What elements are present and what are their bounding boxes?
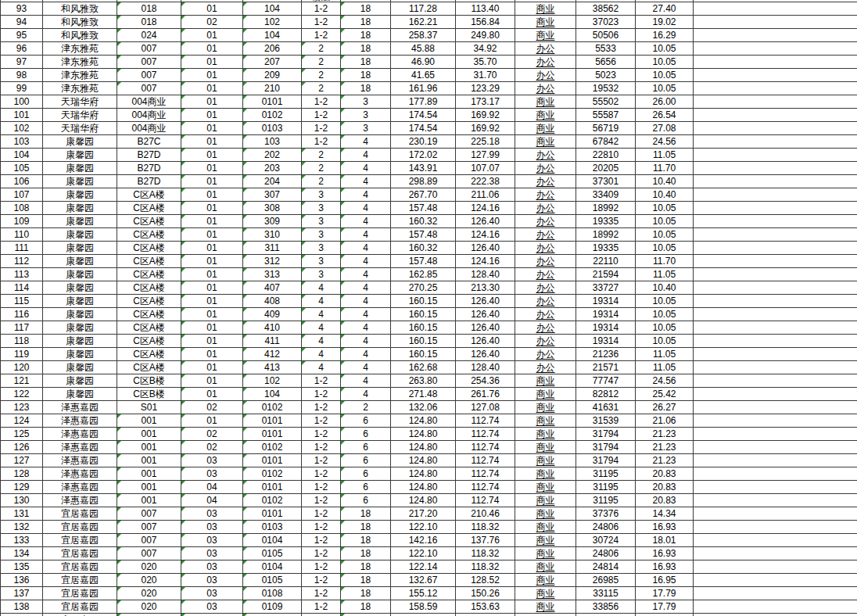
cell-unit_price[interactable]: 10.05 bbox=[636, 295, 694, 308]
cell-floor[interactable]: 1-2 bbox=[302, 428, 341, 441]
cell-floor[interactable]: 1-2 bbox=[302, 507, 341, 521]
cell-floors_total[interactable]: 4 bbox=[341, 255, 391, 268]
cell-blank[interactable] bbox=[694, 56, 857, 69]
cell-inner_area[interactable]: 261.76 bbox=[456, 388, 515, 401]
cell-building[interactable]: C区A楼 bbox=[117, 215, 181, 228]
cell-total_price[interactable]: 19335 bbox=[576, 215, 636, 228]
cell-unit_price[interactable]: 20.83 bbox=[636, 494, 694, 507]
cell-project_name[interactable]: 宜居嘉园 bbox=[43, 560, 117, 574]
cell-unit[interactable]: 02 bbox=[181, 401, 243, 414]
cell-building[interactable]: C区A楼 bbox=[117, 202, 181, 215]
cell-building[interactable]: 004商业 bbox=[117, 122, 181, 135]
cell-blank[interactable] bbox=[694, 135, 857, 149]
cell-total_price[interactable]: 22110 bbox=[576, 255, 636, 268]
cell-project_name[interactable]: 和风雅致 bbox=[43, 2, 117, 16]
cell-building[interactable]: C区A楼 bbox=[117, 348, 181, 361]
cell-blank[interactable] bbox=[694, 587, 857, 600]
cell-project_name[interactable]: 康馨园 bbox=[43, 361, 117, 374]
cell-area[interactable]: 174.54 bbox=[391, 109, 456, 122]
cell-room[interactable]: 0103 bbox=[243, 521, 302, 534]
cell-blank[interactable] bbox=[694, 335, 857, 348]
cell-usage[interactable]: 商业 bbox=[515, 441, 576, 454]
cell-floor[interactable]: 3 bbox=[302, 242, 341, 255]
cell-floor[interactable]: 1-2 bbox=[302, 388, 341, 401]
cell-row_no[interactable]: 116 bbox=[0, 308, 43, 321]
cell-unit_price[interactable]: 24.56 bbox=[636, 374, 694, 388]
cell-area[interactable]: 143.91 bbox=[391, 162, 456, 175]
cell-inner_area[interactable]: 211.06 bbox=[456, 188, 515, 202]
cell-project_name[interactable]: 津东雅苑 bbox=[43, 42, 117, 56]
cell-floor[interactable]: 1-2 bbox=[302, 560, 341, 574]
cell-row_no[interactable]: 127 bbox=[0, 454, 43, 467]
cell-usage[interactable]: 办公 bbox=[515, 188, 576, 202]
cell-room[interactable]: 103 bbox=[243, 135, 302, 149]
cell-unit_price[interactable]: 26.54 bbox=[636, 109, 694, 122]
cell-floors_total[interactable]: 6 bbox=[341, 454, 391, 467]
cell-project_name[interactable]: 康馨园 bbox=[43, 188, 117, 202]
cell-unit[interactable]: 01 bbox=[181, 2, 243, 16]
cell-total_price[interactable]: 56719 bbox=[576, 122, 636, 135]
cell-area[interactable]: 157.48 bbox=[391, 228, 456, 242]
cell-unit_price[interactable]: 24.56 bbox=[636, 135, 694, 149]
cell-area[interactable]: 124.80 bbox=[391, 428, 456, 441]
cell-room[interactable]: 408 bbox=[243, 295, 302, 308]
cell-row_no[interactable]: 136 bbox=[0, 574, 43, 587]
cell-building[interactable]: C区A楼 bbox=[117, 281, 181, 295]
cell-floor[interactable]: 2 bbox=[302, 82, 341, 95]
cell-floor[interactable]: 3 bbox=[302, 202, 341, 215]
cell-room[interactable]: 206 bbox=[243, 42, 302, 56]
cell-area[interactable]: 267.70 bbox=[391, 188, 456, 202]
cell-room[interactable]: 209 bbox=[243, 69, 302, 82]
cell-floors_total[interactable]: 3 bbox=[341, 109, 391, 122]
cell-project_name[interactable]: 康馨园 bbox=[43, 228, 117, 242]
cell-unit_price[interactable]: 16.93 bbox=[636, 521, 694, 534]
cell-project_name[interactable]: 泽惠嘉园 bbox=[43, 401, 117, 414]
cell-inner_area[interactable]: 112.74 bbox=[456, 494, 515, 507]
cell-area[interactable]: 263.80 bbox=[391, 374, 456, 388]
cell-blank[interactable] bbox=[694, 242, 857, 255]
cell-unit_price[interactable]: 10.05 bbox=[636, 202, 694, 215]
cell-total_price[interactable]: 55502 bbox=[576, 95, 636, 109]
cell-floor[interactable]: 2 bbox=[302, 162, 341, 175]
cell-unit_price[interactable]: 20.83 bbox=[636, 481, 694, 494]
cell-area[interactable]: 124.80 bbox=[391, 454, 456, 467]
cell-total_price[interactable]: 26985 bbox=[576, 574, 636, 587]
cell-inner_area[interactable]: 112.74 bbox=[456, 428, 515, 441]
cell-project_name[interactable]: 泽惠嘉园 bbox=[43, 454, 117, 467]
cell-usage[interactable]: 办公 bbox=[515, 149, 576, 162]
cell-project_name[interactable]: 康馨园 bbox=[43, 321, 117, 335]
cell-unit[interactable]: 01 bbox=[181, 82, 243, 95]
cell-floors_total[interactable]: 4 bbox=[341, 242, 391, 255]
cell-area[interactable]: 298.89 bbox=[391, 175, 456, 188]
cell-unit[interactable]: 01 bbox=[181, 255, 243, 268]
cell-project_name[interactable]: 宜居嘉园 bbox=[43, 547, 117, 560]
cell-unit[interactable]: 02 bbox=[181, 428, 243, 441]
cell-building[interactable]: 007 bbox=[117, 56, 181, 69]
cell-floors_total[interactable]: 6 bbox=[341, 494, 391, 507]
cell-total_price[interactable]: 21571 bbox=[576, 361, 636, 374]
cell-project_name[interactable]: 宜居嘉园 bbox=[43, 521, 117, 534]
cell-room[interactable]: 202 bbox=[243, 149, 302, 162]
cell-unit[interactable]: 01 bbox=[181, 202, 243, 215]
cell-blank[interactable] bbox=[694, 348, 857, 361]
cell-room[interactable]: 0105 bbox=[243, 547, 302, 560]
cell-floors_total[interactable]: 18 bbox=[341, 600, 391, 614]
cell-floors_total[interactable]: 18 bbox=[341, 507, 391, 521]
cell-usage[interactable]: 商业 bbox=[515, 467, 576, 481]
cell-room[interactable]: 210 bbox=[243, 82, 302, 95]
cell-inner_area[interactable]: 169.92 bbox=[456, 122, 515, 135]
cell-unit_price[interactable]: 10.05 bbox=[636, 242, 694, 255]
cell-area[interactable]: 155.12 bbox=[391, 587, 456, 600]
cell-unit_price[interactable]: 11.05 bbox=[636, 348, 694, 361]
cell-total_price[interactable]: 21236 bbox=[576, 348, 636, 361]
cell-row_no[interactable]: 124 bbox=[0, 414, 43, 428]
cell-inner_area[interactable]: 254.36 bbox=[456, 374, 515, 388]
cell-floors_total[interactable]: 6 bbox=[341, 481, 391, 494]
cell-inner_area[interactable]: 126.40 bbox=[456, 348, 515, 361]
cell-area[interactable]: 142.16 bbox=[391, 534, 456, 547]
cell-usage[interactable]: 办公 bbox=[515, 361, 576, 374]
cell-inner_area[interactable]: 156.84 bbox=[456, 16, 515, 29]
cell-usage[interactable]: 商业 bbox=[515, 547, 576, 560]
cell-usage[interactable]: 办公 bbox=[515, 175, 576, 188]
cell-project_name[interactable]: 天瑞华府 bbox=[43, 122, 117, 135]
